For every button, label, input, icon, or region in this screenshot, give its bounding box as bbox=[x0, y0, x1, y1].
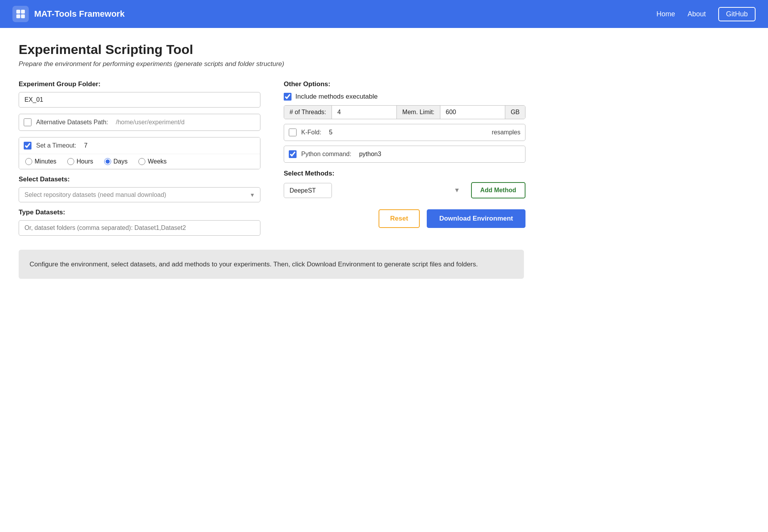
alt-datasets-label: Alternative Datasets Path: bbox=[36, 119, 108, 126]
select-methods-section: Select Methods: DeepeST ▼ Add Method bbox=[284, 170, 525, 198]
svg-rect-0 bbox=[16, 10, 20, 14]
add-method-button[interactable]: Add Method bbox=[471, 182, 525, 198]
mem-limit-value: 600 bbox=[440, 106, 505, 119]
alt-datasets-row: Alternative Datasets Path: bbox=[19, 114, 260, 131]
form-layout: Experiment Group Folder: Alternative Dat… bbox=[19, 80, 525, 236]
methods-row: DeepeST ▼ Add Method bbox=[284, 182, 525, 198]
timeout-top: Set a Timeout: bbox=[19, 137, 260, 154]
timeout-label: Set a Timeout: bbox=[36, 142, 76, 149]
include-methods-label: Include methods executable bbox=[295, 93, 378, 101]
radio-hours[interactable]: Hours bbox=[67, 158, 93, 165]
timeout-checkbox[interactable] bbox=[24, 142, 31, 150]
page-subtitle: Prepare the environment for performing e… bbox=[19, 60, 525, 68]
home-link[interactable]: Home bbox=[656, 10, 675, 18]
include-methods-checkbox[interactable] bbox=[284, 93, 291, 101]
action-row: Reset Download Environment bbox=[284, 209, 525, 228]
page-title: Experimental Scripting Tool bbox=[19, 42, 525, 57]
svg-rect-2 bbox=[16, 14, 20, 18]
main-content: Experimental Scripting Tool Prepare the … bbox=[0, 28, 544, 294]
mem-unit: GB bbox=[505, 106, 525, 119]
other-options-label: Other Options: bbox=[284, 80, 525, 88]
github-link[interactable]: GitHub bbox=[718, 7, 756, 21]
select-datasets-wrap: Select repository datasets (need manual … bbox=[19, 187, 260, 202]
svg-rect-1 bbox=[21, 10, 25, 14]
brand-icon bbox=[12, 6, 29, 22]
radio-hours-input[interactable] bbox=[67, 158, 74, 165]
select-datasets-label: Select Datasets: bbox=[19, 176, 260, 183]
navbar-links: Home About GitHub bbox=[656, 7, 756, 21]
method-select-wrap: DeepeST ▼ bbox=[284, 183, 466, 198]
reset-button[interactable]: Reset bbox=[379, 209, 420, 228]
kfold-label: K-Fold: bbox=[301, 129, 321, 136]
include-methods-row: Include methods executable bbox=[284, 93, 525, 101]
radio-days[interactable]: Days bbox=[104, 158, 127, 165]
type-datasets-input[interactable] bbox=[19, 220, 260, 236]
right-column: Other Options: Include methods executabl… bbox=[284, 80, 525, 236]
navbar: MAT-Tools Framework Home About GitHub bbox=[0, 0, 768, 28]
brand: MAT-Tools Framework bbox=[12, 6, 656, 22]
type-datasets-label: Type Datasets: bbox=[19, 209, 260, 216]
radio-weeks[interactable]: Weeks bbox=[138, 158, 167, 165]
select-datasets-dropdown[interactable]: Select repository datasets (need manual … bbox=[19, 187, 260, 202]
kfold-checkbox[interactable] bbox=[289, 129, 297, 136]
info-box: Configure the environment, select datase… bbox=[19, 250, 524, 279]
python-checkbox[interactable] bbox=[289, 150, 297, 158]
about-link[interactable]: About bbox=[688, 10, 706, 18]
chevron-down-icon: ▼ bbox=[454, 187, 460, 194]
timeout-section: Set a Timeout: Minutes Hours Days bbox=[19, 137, 260, 169]
python-label: Python command: bbox=[301, 151, 351, 158]
threads-mem-row: # of Threads: 4 Mem. Limit: 600 GB bbox=[284, 105, 525, 119]
select-datasets-section: Select Datasets: Select repository datas… bbox=[19, 176, 260, 202]
select-methods-label: Select Methods: bbox=[284, 170, 525, 177]
python-input[interactable] bbox=[356, 149, 520, 159]
radio-weeks-label: Weeks bbox=[148, 158, 167, 165]
download-environment-button[interactable]: Download Environment bbox=[427, 209, 525, 228]
radio-minutes[interactable]: Minutes bbox=[25, 158, 56, 165]
kfold-row: K-Fold: resamples bbox=[284, 124, 525, 141]
left-column: Experiment Group Folder: Alternative Dat… bbox=[19, 80, 260, 236]
radio-minutes-label: Minutes bbox=[35, 158, 56, 165]
python-row: Python command: bbox=[284, 146, 525, 163]
threads-label: # of Threads: bbox=[284, 106, 332, 119]
info-text: Configure the environment, select datase… bbox=[30, 261, 478, 268]
kfold-input[interactable] bbox=[326, 127, 487, 137]
svg-rect-3 bbox=[21, 14, 25, 18]
exp-group-label: Experiment Group Folder: bbox=[19, 80, 260, 88]
alt-datasets-input[interactable] bbox=[113, 117, 255, 127]
radio-hours-label: Hours bbox=[77, 158, 93, 165]
alt-datasets-checkbox[interactable] bbox=[24, 118, 31, 126]
mem-limit-label: Mem. Limit: bbox=[397, 106, 440, 119]
radio-days-input[interactable] bbox=[104, 158, 111, 165]
radio-weeks-input[interactable] bbox=[138, 158, 145, 165]
timeout-input[interactable] bbox=[81, 141, 112, 151]
radio-row: Minutes Hours Days Weeks bbox=[19, 154, 260, 169]
threads-value: 4 bbox=[332, 106, 397, 119]
type-datasets-section: Type Datasets: bbox=[19, 209, 260, 236]
exp-group-section: Experiment Group Folder: bbox=[19, 80, 260, 108]
method-dropdown[interactable]: DeepeST bbox=[284, 183, 332, 198]
exp-group-input[interactable] bbox=[19, 92, 260, 108]
radio-minutes-input[interactable] bbox=[25, 158, 32, 165]
kfold-unit: resamples bbox=[492, 129, 520, 136]
brand-name: MAT-Tools Framework bbox=[34, 9, 125, 19]
radio-days-label: Days bbox=[113, 158, 127, 165]
